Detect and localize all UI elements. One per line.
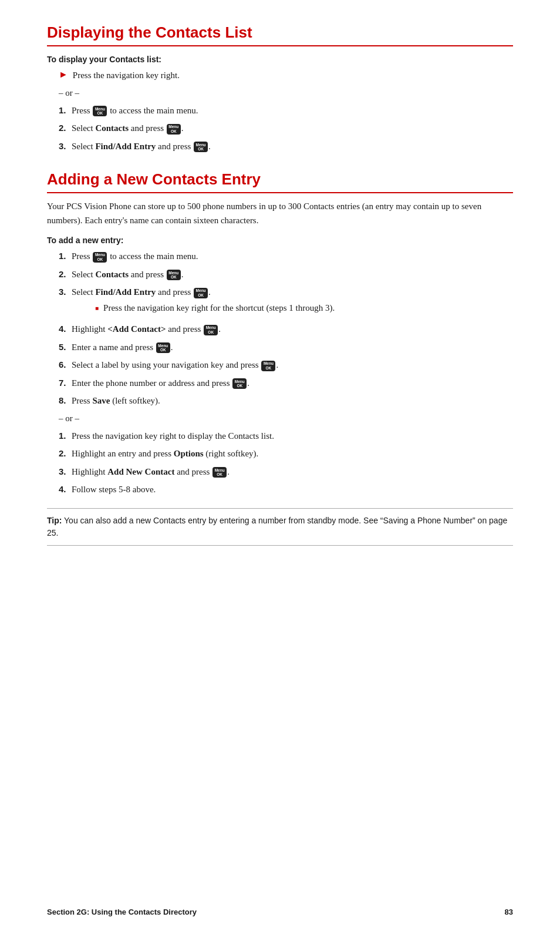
step-text: Press MenuOK to access the main menu.: [72, 250, 198, 263]
step-text: Follow steps 5-8 above.: [72, 483, 156, 496]
arrow-icon: ►: [59, 69, 68, 80]
section2-add-label: To add a new entry:: [47, 236, 513, 245]
step-num: 3.: [59, 285, 72, 299]
section1-bullet1-text: Press the navigation key right.: [73, 69, 180, 82]
step-text: Select Contacts and press MenuOK.: [72, 268, 184, 281]
step-num: 2.: [59, 268, 72, 281]
or-divider-1: – or –: [59, 88, 513, 98]
menu-icon: MenuOK: [93, 252, 107, 263]
section2-body-text: Your PCS Vision Phone can store up to 50…: [47, 199, 513, 227]
section2-alt-step-4: 4. Follow steps 5-8 above.: [59, 483, 513, 496]
menu-icon: MenuOK: [167, 270, 181, 280]
step-text: Select Contacts and press MenuOK.: [72, 122, 184, 135]
section1-bullet1: ► Press the navigation key right.: [59, 69, 513, 82]
step-text: Select Find/Add Entry and press MenuOK.: [72, 140, 211, 153]
step-text: Enter a name and press MenuOK.: [72, 341, 173, 354]
step-text: Select Find/Add Entry and press MenuOK.: [72, 287, 211, 297]
step-num: 1.: [59, 104, 72, 117]
menu-icon: MenuOK: [167, 124, 181, 135]
step-text: Press Save (left softkey).: [72, 394, 160, 408]
page-footer: Section 2G: Using the Contacts Directory…: [47, 908, 513, 916]
sub-bullet-text: Press the navigation key right for the s…: [103, 301, 335, 315]
tip-box: Tip: You can also add a new Contacts ent…: [47, 508, 513, 546]
section2-step-2: 2. Select Contacts and press MenuOK.: [59, 268, 513, 281]
section2-alt-step-1: 1. Press the navigation key right to dis…: [59, 429, 513, 443]
step-num: 5.: [59, 341, 72, 354]
tip-text: Tip: You can also add a new Contacts ent…: [47, 516, 507, 537]
step-num: 7.: [59, 377, 72, 390]
section2-alt-step-3: 3. Highlight Add New Contact and press M…: [59, 465, 513, 479]
section1-display-label: To display your Contacts list:: [47, 55, 513, 64]
step-num: 3.: [59, 465, 72, 479]
menu-icon: MenuOK: [204, 325, 218, 335]
step-text: Press the navigation key right to displa…: [72, 429, 274, 443]
menu-icon: MenuOK: [194, 288, 208, 298]
menu-icon: MenuOK: [232, 378, 247, 389]
section2-step-4: 4. Highlight <Add Contact> and press Men…: [59, 322, 513, 336]
footer-left: Section 2G: Using the Contacts Directory: [47, 908, 197, 916]
footer-right: 83: [505, 908, 513, 916]
section2-step-6: 6. Select a label by using your navigati…: [59, 358, 513, 372]
step-text: Enter the phone number or address and pr…: [72, 377, 249, 390]
step-num: 8.: [59, 394, 72, 408]
menu-icon: MenuOK: [212, 467, 227, 478]
section2-step-7: 7. Enter the phone number or address and…: [59, 377, 513, 390]
section1-step-2: 2. Select Contacts and press MenuOK.: [59, 122, 513, 135]
section2-title: Adding a New Contacts Entry: [47, 170, 513, 193]
section2-step-1: 1. Press MenuOK to access the main menu.: [59, 250, 513, 263]
section2-alt-step-2: 2. Highlight an entry and press Options …: [59, 447, 513, 461]
section1-title: Displaying the Contacts List: [47, 23, 513, 46]
section2-step-8: 8. Press Save (left softkey).: [59, 394, 513, 408]
step-text: Highlight an entry and press Options (ri…: [72, 447, 258, 461]
section2-steps-group2: 1. Press the navigation key right to dis…: [59, 429, 513, 496]
step3-sub-bullet: ■ Press the navigation key right for the…: [95, 301, 335, 315]
step-num: 2.: [59, 447, 72, 461]
page: Displaying the Contacts List To display …: [0, 0, 560, 934]
section1-step-3: 3. Select Find/Add Entry and press MenuO…: [59, 140, 513, 153]
step-num: 1.: [59, 250, 72, 263]
tip-body: You can also add a new Contacts entry by…: [47, 516, 507, 537]
or-divider-2: – or –: [59, 414, 513, 424]
menu-icon: MenuOK: [194, 142, 208, 152]
section2-step-3: 3. Select Find/Add Entry and press MenuO…: [59, 285, 513, 318]
menu-icon: MenuOK: [261, 361, 275, 371]
step-num: 2.: [59, 122, 72, 135]
step-num: 6.: [59, 358, 72, 372]
step-num: 1.: [59, 429, 72, 443]
step-num: 3.: [59, 140, 72, 153]
step-text: Select a label by using your navigation …: [72, 358, 278, 372]
tip-label: Tip:: [47, 516, 62, 525]
section2-steps-group1: 1. Press MenuOK to access the main menu.…: [59, 250, 513, 408]
step-num: 4.: [59, 483, 72, 496]
section2-step-5: 5. Enter a name and press MenuOK.: [59, 341, 513, 354]
menu-icon: MenuOK: [156, 342, 170, 353]
square-bullet-icon: ■: [95, 304, 99, 313]
step-text: Highlight <Add Contact> and press MenuOK…: [72, 322, 221, 336]
step-text: Press MenuOK to access the main menu.: [72, 104, 198, 117]
step-num: 4.: [59, 322, 72, 336]
section1-steps: 1. Press MenuOK to access the main menu.…: [59, 104, 513, 153]
section1-step-1: 1. Press MenuOK to access the main menu.: [59, 104, 513, 117]
step-text: Highlight Add New Contact and press Menu…: [72, 465, 230, 479]
menu-icon: MenuOK: [93, 106, 107, 116]
